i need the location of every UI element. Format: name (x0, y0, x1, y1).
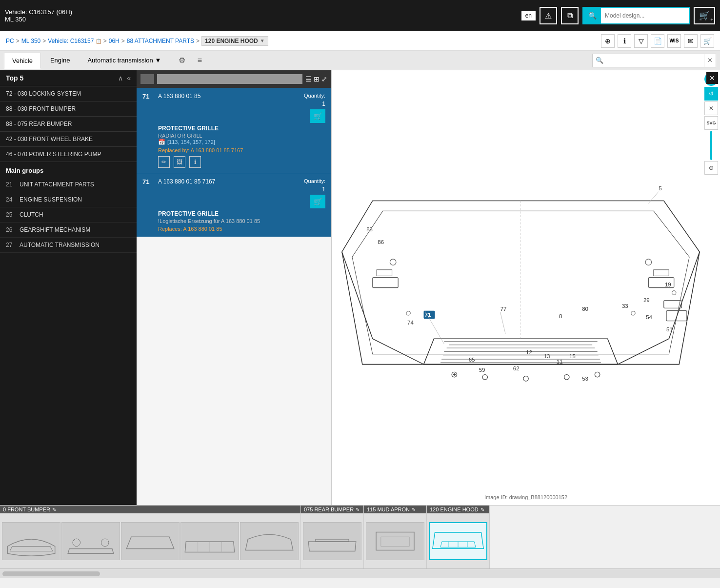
main-group-27[interactable]: 27 AUTOMATIC TRANSMISSION (0, 238, 137, 253)
list-view-icon[interactable]: ☰ (305, 75, 312, 83)
horizontal-scrollbar[interactable] (0, 568, 720, 578)
thumb-group-rear-bumper: 075 REAR BUMPER ✎ (301, 506, 364, 568)
svg-text:33: 33 (622, 303, 628, 309)
mg-num-21: 21 (6, 181, 20, 188)
thumb-edit-icon-3[interactable]: ✎ (480, 507, 484, 512)
thumb-edit-icon-1[interactable]: ✎ (356, 507, 360, 512)
tab-vehicle[interactable]: Vehicle (4, 53, 41, 69)
cart-btn-2[interactable]: 🛒 (310, 195, 325, 208)
thumb-img-0-3[interactable] (180, 522, 239, 560)
main-content: Top 5 ∧ « 72 - 030 LOCKING SYSTEM 88 - 0… (0, 70, 720, 505)
tab-automatic-transmission[interactable]: Automatic transmission ▼ (79, 52, 169, 68)
part-actions-1: ✏ 🖼 ℹ (158, 156, 325, 168)
add-to-cart-button[interactable]: 🛒 + (694, 7, 715, 24)
breadcrumb: PC > ML 350 > Vehicle: C163157 📋 > 06H >… (6, 36, 268, 46)
color-box (140, 74, 154, 84)
svg-text:8: 8 (559, 313, 562, 319)
info-icon[interactable]: ℹ (618, 34, 631, 48)
list-icon[interactable]: ≡ (192, 53, 207, 68)
grid-view-icon[interactable]: ⊞ (314, 75, 320, 83)
thumb-img-3-0[interactable] (429, 522, 487, 560)
thumb-img-0-0[interactable] (2, 522, 60, 560)
thumb-label-front-bumper: 0 FRONT BUMPER ✎ (0, 506, 300, 513)
top5-arrows-btn[interactable]: « (127, 74, 131, 82)
top5-title: Top 5 (6, 74, 23, 82)
mg-num-26: 26 (6, 226, 20, 233)
thumb-label-rear-bumper: 075 REAR BUMPER ✎ (301, 506, 363, 513)
warning-icon-button[interactable]: ⚠ (540, 7, 557, 24)
part-replaced-1: Replaced by: A 163 880 01 85 7167 (158, 147, 325, 153)
breadcrumb-current[interactable]: 120 ENGINE HOOD ▼ (201, 36, 268, 46)
language-button[interactable]: en (521, 11, 536, 20)
main-group-26[interactable]: 26 GEARSHIFT MECHANISM (0, 223, 137, 238)
expand-icon[interactable]: ⤢ (321, 75, 327, 83)
qty-value-2: 1 (322, 186, 325, 193)
info-btn-1[interactable]: ℹ (189, 156, 201, 168)
part-item-2[interactable]: 71 A 163 880 01 85 7167 Quantity: 1 🛒 PR… (137, 173, 331, 237)
diag-close-x-btn[interactable]: ✕ (704, 101, 718, 115)
filter-icon[interactable]: ▽ (634, 34, 648, 48)
thumb-img-0-1[interactable] (61, 522, 120, 560)
svg-text:83: 83 (366, 226, 373, 232)
edit-btn-1[interactable]: ✏ (158, 156, 170, 168)
thumb-group-front-bumper: 0 FRONT BUMPER ✎ (0, 506, 301, 568)
thumb-img-0-4[interactable] (240, 522, 299, 560)
zoom-in-icon[interactable]: ⊕ (601, 34, 615, 48)
top5-collapse-btn[interactable]: ∧ (118, 74, 123, 82)
diagram-area: ✕ (332, 70, 720, 505)
thumb-img-1-0[interactable] (303, 522, 361, 560)
cart-plus-icon: + (710, 17, 713, 22)
breadcrumb-sep3: > (103, 38, 107, 44)
main-group-25[interactable]: 25 CLUTCH (0, 207, 137, 223)
top5-item-2[interactable]: 88 - 030 FRONT BUMPER (0, 101, 137, 117)
diag-slider[interactable] (710, 131, 712, 160)
document-icon[interactable]: 📄 (651, 34, 664, 48)
settings-icon[interactable]: ⚙ (174, 53, 190, 68)
scrollbar-thumb (2, 571, 100, 576)
wis-icon[interactable]: WIS (667, 34, 681, 48)
thumb-images-mud-apron (364, 513, 426, 568)
diagram-close-btn[interactable]: ✕ (706, 72, 718, 84)
breadcrumb-pc[interactable]: PC (6, 38, 14, 44)
breadcrumb-vehicle[interactable]: Vehicle: C163157 📋 (48, 38, 101, 44)
tab-search-clear[interactable]: ✕ (704, 54, 716, 67)
breadcrumb-attachment[interactable]: 88 ATTACHMENT PARTS (127, 38, 194, 44)
top5-item-5[interactable]: 46 - 070 POWER STEERING PUMP (0, 147, 137, 162)
mg-label-26: GEARSHIFT MECHANISM (20, 226, 131, 233)
diag-zoom-out-btn[interactable]: ⊖ (704, 161, 718, 175)
diag-rotate-btn[interactable]: ↺ (704, 87, 718, 101)
thumb-img-2-0[interactable] (366, 522, 424, 560)
top5-item-4[interactable]: 42 - 030 FRONT WHEEL BRAKE (0, 132, 137, 147)
model-search-input[interactable] (601, 10, 689, 21)
top5-header: Top 5 ∧ « (0, 70, 137, 86)
image-btn-1[interactable]: 🖼 (174, 156, 185, 168)
thumb-edit-icon-0[interactable]: ✎ (52, 507, 56, 512)
tab-search-container: 🔍 ✕ (592, 54, 716, 67)
breadcrumb-ml350[interactable]: ML 350 (21, 38, 41, 44)
part-replaces-2: Replaces: A 163 880 01 85 (158, 226, 325, 232)
breadcrumb-06h[interactable]: 06H (109, 38, 120, 44)
cart-icon-bc[interactable]: 🛒 (700, 34, 714, 48)
diag-svg-btn[interactable]: SVG (704, 116, 718, 130)
tab-search-input[interactable] (606, 56, 704, 65)
thumb-label-mud-apron: 115 MUD APRON ✎ (364, 506, 426, 513)
mail-icon[interactable]: ✉ (684, 34, 698, 48)
copy-button[interactable]: ⧉ (561, 7, 579, 24)
thumb-img-0-2[interactable] (121, 522, 180, 560)
part-qty-1: Quantity: 1 🛒 (304, 93, 325, 123)
svg-text:29: 29 (643, 297, 650, 303)
vehicle-id: Vehicle: C163157 (06H) (5, 8, 72, 16)
part-item-1[interactable]: 71 A 163 880 01 85 Quantity: 1 🛒 PROTECT… (137, 88, 331, 173)
top5-item-1[interactable]: 72 - 030 LOCKING SYSTEM (0, 86, 137, 101)
top5-item-3[interactable]: 88 - 075 REAR BUMPER (0, 117, 137, 132)
main-group-24[interactable]: 24 ENGINE SUSPENSION (0, 192, 137, 207)
main-group-21[interactable]: 21 UNIT ATTACHMENT PARTS (0, 177, 137, 192)
thumb-edit-icon-2[interactable]: ✎ (412, 507, 416, 512)
cart-btn-1[interactable]: 🛒 (310, 109, 325, 123)
tab-engine[interactable]: Engine (42, 52, 78, 68)
top-bar: Vehicle: C163157 (06H) ML 350 en ⚠ ⧉ 🔍 🛒… (0, 0, 720, 31)
main-groups-header: Main groups (0, 162, 137, 177)
chevron-down-icon: ▼ (260, 38, 265, 43)
qty-label-2: Quantity: (304, 178, 325, 184)
main-groups-list: 21 UNIT ATTACHMENT PARTS 24 ENGINE SUSPE… (0, 177, 137, 505)
